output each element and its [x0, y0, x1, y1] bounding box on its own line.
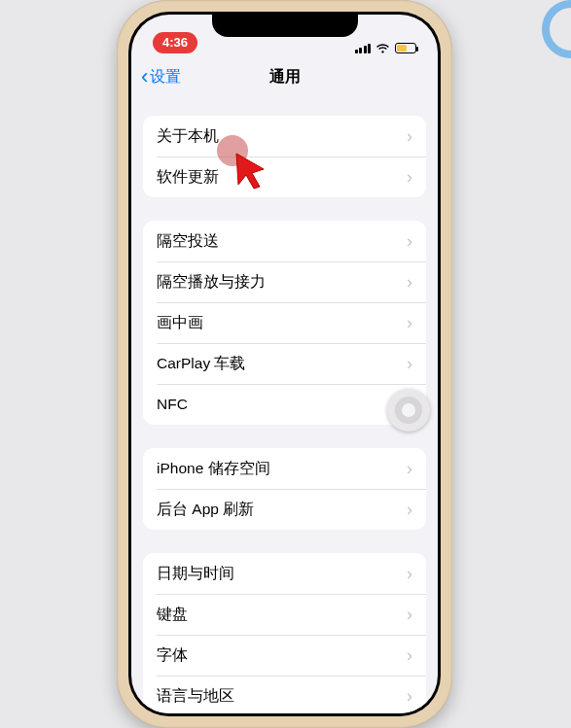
row-label: 语言与地区	[157, 686, 234, 707]
chevron-right-icon: ›	[407, 231, 412, 252]
phone-bezel: 4:36 ‹ 设置	[128, 12, 441, 716]
row-label: 字体	[157, 645, 188, 666]
row-nfc[interactable]: NFC›	[143, 384, 426, 425]
chevron-right-icon: ›	[407, 459, 412, 479]
back-label: 设置	[150, 67, 181, 87]
settings-group: iPhone 储存空间›后台 App 刷新›	[143, 448, 426, 530]
chevron-right-icon: ›	[407, 645, 412, 666]
row-label: 软件更新	[157, 167, 219, 188]
row-pip[interactable]: 画中画›	[143, 302, 426, 343]
chevron-right-icon: ›	[407, 500, 412, 520]
row-background-app-refresh[interactable]: 后台 App 刷新›	[143, 489, 426, 530]
settings-group: 隔空投送›隔空播放与接力›画中画›CarPlay 车载›NFC›	[143, 221, 426, 425]
page-title: 通用	[269, 67, 301, 87]
row-label: 关于本机	[157, 126, 219, 147]
status-right	[355, 43, 417, 53]
phone-notch	[212, 12, 358, 37]
battery-icon	[395, 43, 416, 53]
row-label: NFC	[157, 396, 188, 413]
row-airplay-handoff[interactable]: 隔空播放与接力›	[143, 261, 426, 302]
back-button[interactable]: ‹ 设置	[141, 57, 181, 96]
row-label: 日期与时间	[157, 564, 234, 584]
nav-header: ‹ 设置 通用	[131, 57, 438, 96]
signal-icon	[355, 44, 372, 53]
assistive-touch-button[interactable]	[387, 389, 430, 432]
row-software-update[interactable]: 软件更新›	[143, 156, 426, 197]
row-about[interactable]: 关于本机›	[143, 116, 426, 156]
row-fonts[interactable]: 字体›	[143, 635, 426, 676]
chevron-right-icon: ›	[407, 354, 412, 374]
screen: 4:36 ‹ 设置	[131, 15, 438, 713]
row-airdrop[interactable]: 隔空投送›	[143, 221, 426, 261]
row-iphone-storage[interactable]: iPhone 储存空间›	[143, 448, 426, 489]
chevron-right-icon: ›	[407, 564, 412, 584]
row-label: 隔空播放与接力	[157, 272, 266, 293]
chevron-left-icon: ‹	[141, 66, 148, 87]
battery-fill	[397, 45, 407, 52]
chevron-right-icon: ›	[407, 686, 412, 707]
status-time: 4:36	[162, 35, 188, 50]
decor-circle	[542, 0, 571, 58]
settings-group: 日期与时间›键盘›字体›语言与地区›词典›	[143, 553, 426, 713]
wifi-icon	[375, 43, 390, 53]
cursor-arrow-icon	[232, 152, 268, 191]
row-date-time[interactable]: 日期与时间›	[143, 553, 426, 594]
row-label: 键盘	[157, 605, 188, 625]
row-keyboard[interactable]: 键盘›	[143, 594, 426, 635]
chevron-right-icon: ›	[407, 126, 412, 147]
row-label: iPhone 储存空间	[157, 459, 270, 479]
chevron-right-icon: ›	[407, 167, 412, 188]
row-label: 隔空投送	[157, 231, 219, 252]
settings-group: 关于本机›软件更新›	[143, 116, 426, 197]
row-label: 画中画	[157, 313, 203, 333]
row-language-region[interactable]: 语言与地区›	[143, 676, 426, 713]
chevron-right-icon: ›	[407, 272, 412, 293]
status-time-pill: 4:36	[153, 32, 197, 53]
chevron-right-icon: ›	[407, 313, 412, 333]
row-label: 后台 App 刷新	[157, 500, 254, 520]
row-label: CarPlay 车载	[157, 354, 245, 374]
phone-frame: 4:36 ‹ 设置	[117, 0, 452, 728]
row-carplay[interactable]: CarPlay 车载›	[143, 343, 426, 384]
chevron-right-icon: ›	[407, 605, 412, 625]
